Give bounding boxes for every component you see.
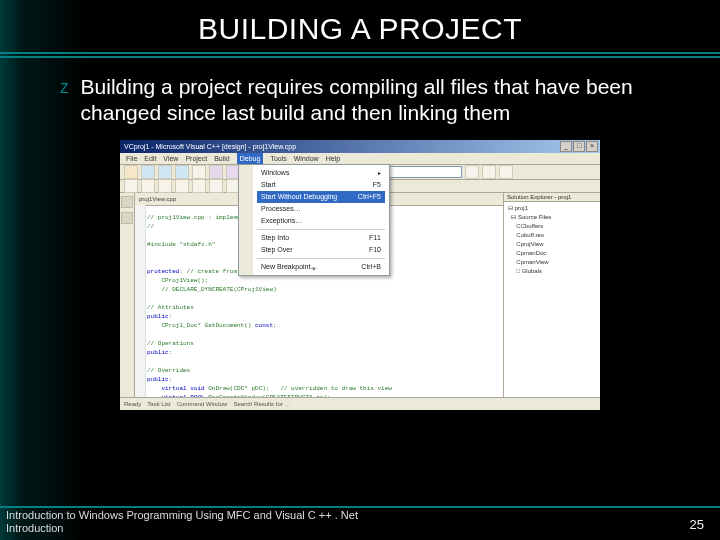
misc-icon-3[interactable] (499, 165, 513, 179)
editor-gutter (135, 205, 146, 397)
solution-explorer[interactable]: Solution Explorer - proj1 ⊟ proj1 ⊟ Sour… (503, 193, 600, 397)
solution-tree[interactable]: ⊟ proj1 ⊟ Source Files CCbuffers Cobuff.… (504, 202, 600, 278)
tree-node[interactable]: CprojView (508, 240, 596, 249)
new-project-icon[interactable] (124, 165, 138, 179)
tree-node[interactable]: ⊟ Source Files (508, 213, 596, 222)
minimize-button[interactable]: _ (560, 141, 572, 152)
tree-node[interactable]: CpmanDoc (508, 249, 596, 258)
menu-item[interactable]: Step OverF10 (257, 244, 385, 256)
toolbox-icon[interactable] (121, 196, 133, 208)
menu-item[interactable]: Start Without DebuggingCtrl+F5 (257, 191, 385, 203)
find-combo[interactable] (388, 166, 462, 178)
debug-dropdown-menu[interactable]: WindowsStartF5Start Without DebuggingCtr… (238, 164, 390, 276)
status-1: Ready (124, 401, 141, 407)
page-number: 25 (690, 517, 704, 532)
status-3[interactable]: Command Window (177, 401, 228, 407)
menu-item[interactable]: Processes… (257, 203, 385, 215)
bullet-item: Z Building a project requires compiling … (60, 74, 660, 127)
menu-file[interactable]: File (126, 153, 137, 164)
close-button[interactable]: × (586, 141, 598, 152)
bullet-marker-icon: Z (60, 80, 69, 96)
misc-icon-2[interactable] (482, 165, 496, 179)
tool-icon-b[interactable] (141, 179, 155, 193)
tree-node[interactable]: CCbuffers (508, 222, 596, 231)
tool-icon-f[interactable] (209, 179, 223, 193)
menu-expand-chevron-icon[interactable]: ▾ (239, 265, 389, 273)
save-icon[interactable] (158, 165, 172, 179)
title-rule-1 (0, 52, 720, 54)
toolbox-icon[interactable] (121, 212, 133, 224)
tree-node[interactable]: CpmanView (508, 258, 596, 267)
menu-item[interactable]: Windows (257, 167, 385, 179)
tool-icon-c[interactable] (158, 179, 172, 193)
menu-project[interactable]: Project (185, 153, 207, 164)
tree-node[interactable]: ⊟ proj1 (508, 204, 596, 213)
tree-node[interactable]: Cobuff.res (508, 231, 596, 240)
slide-footer: Introduction to Windows Programming Usin… (6, 509, 358, 537)
save-all-icon[interactable] (175, 165, 189, 179)
bullet-text: Building a project requires compiling al… (81, 74, 660, 127)
menu-item[interactable]: Exceptions… (257, 215, 385, 227)
menu-debug[interactable]: Debug (237, 153, 264, 164)
open-icon[interactable] (141, 165, 155, 179)
status-2[interactable]: Task List (147, 401, 170, 407)
menu-item[interactable]: StartF5 (257, 179, 385, 191)
maximize-button[interactable]: □ (573, 141, 585, 152)
status-4[interactable]: Search Results for … (233, 401, 290, 407)
tool-icon-a[interactable] (124, 179, 138, 193)
slide-title: BUILDING A PROJECT (0, 0, 720, 46)
footer-line-1: Introduction to Windows Programming Usin… (6, 509, 358, 523)
tool-icon-e[interactable] (192, 179, 206, 193)
menu-separator (257, 229, 385, 230)
left-toolbox-bar[interactable] (120, 193, 135, 397)
tool-icon-d[interactable] (175, 179, 189, 193)
window-title: VCproj1 - Microsoft Visual C++ [design] … (124, 143, 296, 150)
misc-icon-1[interactable] (465, 165, 479, 179)
footer-line-2: Introduction (6, 522, 358, 536)
window-titlebar: VCproj1 - Microsoft Visual C++ [design] … (120, 140, 600, 153)
solution-explorer-title: Solution Explorer - proj1 (504, 193, 600, 202)
cut-icon[interactable] (192, 165, 206, 179)
menu-window[interactable]: Window (294, 153, 319, 164)
embedded-screenshot: VCproj1 - Microsoft Visual C++ [design] … (119, 139, 601, 411)
copy-icon[interactable] (209, 165, 223, 179)
status-bar: Ready Task List Command Window Search Re… (120, 397, 600, 410)
slide-body: Z Building a project requires compiling … (0, 58, 720, 411)
tree-node[interactable]: □ Globals (508, 267, 596, 276)
menu-view[interactable]: View (163, 153, 178, 164)
menu-tools[interactable]: Tools (270, 153, 286, 164)
menu-build[interactable]: Build (214, 153, 230, 164)
menu-separator (257, 258, 385, 259)
menu-help[interactable]: Help (326, 153, 340, 164)
menu-edit[interactable]: Edit (144, 153, 156, 164)
menu-item[interactable]: Step IntoF11 (257, 232, 385, 244)
